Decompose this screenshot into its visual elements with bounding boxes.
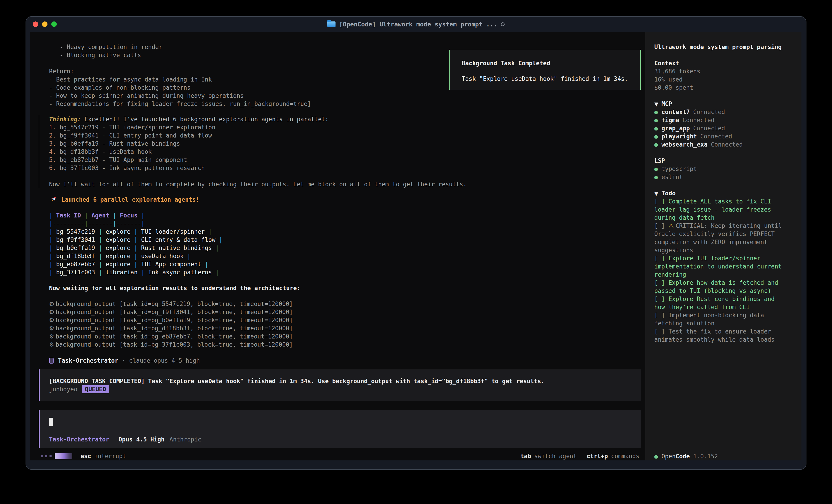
cell: explore <box>106 236 130 243</box>
tool-call-line: ⚙background_output [task_id=bg_5547c219,… <box>49 300 645 308</box>
minimize-button[interactable] <box>42 22 48 27</box>
context-tokens: 31,686 tokens <box>654 67 802 76</box>
close-button[interactable] <box>33 22 38 27</box>
todo-item: [ ] Explore TUI loader/spinner implement… <box>654 254 786 279</box>
todo-checkbox: [ ] <box>654 255 669 262</box>
lsp-list: ●typescript●eslint <box>654 165 802 181</box>
item-text: bg_eb87ebb7 - TUI App main component <box>56 157 187 163</box>
lsp-section-heading: LSP <box>654 157 802 165</box>
pipe: | <box>212 245 219 251</box>
notification-toast[interactable]: Background Task Completed Task "Explore … <box>449 50 641 90</box>
thinking-items: 1. bg_5547c219 - TUI loader/spinner expl… <box>49 123 645 172</box>
item-number: 6. <box>49 165 56 171</box>
tab-key-hint: tab <box>520 453 531 459</box>
completed-message-text: [BACKGROUND TASK COMPLETED] Task "Explor… <box>49 377 641 385</box>
table-separator-row: |---------|-------|-------| <box>49 220 645 228</box>
todo-item: [ ] Explore how data is fetched and pass… <box>654 279 786 295</box>
thinking-block: Thinking: Excellent! I've launched 6 bac… <box>38 115 645 188</box>
item-text: bg_df18bb3f - useData hook <box>56 148 152 155</box>
status-dot-icon: ● <box>654 117 658 123</box>
username: junhoyeo <box>49 386 77 393</box>
cell: bg_37f1c003 <box>56 269 95 276</box>
app-window: [OpenCode] Ultrawork mode system prompt … <box>26 16 806 470</box>
cmd-key-label: commands <box>611 453 640 459</box>
brand-open: Open <box>661 452 676 460</box>
pipe: | <box>109 212 120 219</box>
cell: Rust native bindings <box>141 245 212 251</box>
pipe: | <box>215 236 223 243</box>
pipe: | <box>49 253 56 259</box>
cell: bg_5547c219 <box>56 228 95 235</box>
esc-key-label: interrupt <box>94 453 126 459</box>
cell: Agent <box>92 212 109 219</box>
item-text: bg_f9ff3041 - CLI entry point and data f… <box>56 132 212 139</box>
terminal-main[interactable]: - Heavy computation in render - Blocking… <box>30 32 645 460</box>
status-dot-icon: ● <box>654 174 658 180</box>
tool-call-line: ⚙background_output [task_id=bg_37f1c003,… <box>49 340 645 348</box>
tool-call-line: ⚙background_output [task_id=bg_f9ff3041,… <box>49 308 645 316</box>
traffic-lights <box>33 17 57 32</box>
pipe: | <box>49 236 56 243</box>
pipe: | <box>95 269 106 276</box>
launch-banner: Launched 6 parallel exploration agents! <box>49 196 645 204</box>
agent-icon <box>49 358 54 364</box>
todo-list: [ ] Complete ALL tasks to fix CLI loader… <box>654 197 802 344</box>
mcp-server-row: ●grep_appConnected <box>654 124 802 132</box>
thinking-header-line: Thinking: Excellent! I've launched 6 bac… <box>49 115 645 123</box>
pipe: | <box>95 245 106 251</box>
sidebar-footer: ● OpenCode 1.0.152 <box>654 452 718 460</box>
pipe: | <box>95 236 106 243</box>
mcp-server-name: grep_app <box>661 125 690 132</box>
tab-key-label: switch agent <box>534 453 577 459</box>
brand-code: Code <box>676 452 690 460</box>
item-number: 5. <box>49 157 56 163</box>
mcp-server-status: Connected <box>693 125 725 132</box>
todo-checkbox: [ ] <box>654 296 669 302</box>
todo-checkbox: [ ] <box>654 328 669 335</box>
todo-checkbox: [ ] <box>654 312 669 318</box>
tool-call-text: background_output [task_id=bg_5547c219, … <box>56 301 293 307</box>
window-title: [OpenCode] Ultrawork mode system prompt … <box>328 21 504 28</box>
text-cursor <box>49 418 53 426</box>
status-dot-icon: ● <box>654 452 658 460</box>
mcp-server-name: context7 <box>661 109 690 115</box>
composer-agent[interactable]: Task-Orchestrator <box>49 436 109 444</box>
todo-section-heading[interactable]: ▼Todo <box>654 189 802 197</box>
thinking-footer: Now I'll wait for all of them to complet… <box>49 180 645 188</box>
chevron-down-icon: ▼ <box>654 191 658 196</box>
cell: Task ID <box>56 212 81 219</box>
mcp-section-heading[interactable]: ▼MCP <box>654 100 802 108</box>
lsp-server-name: typescript <box>661 166 697 172</box>
pipe: | <box>137 269 148 276</box>
cell: TUI loader/spinner <box>141 228 205 235</box>
cell: explore <box>106 245 130 251</box>
thinking-label: Thinking: <box>49 116 81 122</box>
completed-message-block: [BACKGROUND TASK COMPLETED] Task "Explor… <box>38 369 641 401</box>
agent-model: claude-opus-4-5-high <box>129 357 200 365</box>
tool-call-text: background_output [task_id=bg_b0effa19, … <box>56 317 293 324</box>
transcript[interactable]: - Heavy computation in render - Blocking… <box>30 32 645 460</box>
mcp-server-row: ●context7Connected <box>654 108 802 116</box>
mcp-server-status: Connected <box>693 109 725 115</box>
thinking-item: 1. bg_5547c219 - TUI loader/spinner expl… <box>49 123 645 132</box>
composer-model[interactable]: Opus 4.5 High <box>119 436 164 444</box>
todo-heading-text: Todo <box>661 190 676 197</box>
pipe: | <box>49 212 56 219</box>
table-row: | bg_37f1c003 | librarian | Ink async pa… <box>49 268 645 276</box>
pipe: | <box>81 212 92 219</box>
table-row: | bg_eb87ebb7 | explore | TUI App compon… <box>49 260 645 268</box>
pipe: | <box>130 261 141 268</box>
tool-call-text: background_output [task_id=bg_df18bb3f, … <box>56 325 293 332</box>
thinking-item: 2. bg_f9ff3041 - CLI entry point and dat… <box>49 132 645 140</box>
agent-footer: Task-Orchestrator · claude-opus-4-5-high <box>49 357 645 365</box>
todo-checkbox: [ ] <box>654 279 669 286</box>
composer-input[interactable]: Task-Orchestrator Opus 4.5 High Anthropi… <box>38 410 641 448</box>
window-titlebar[interactable]: [OpenCode] Ultrawork mode system prompt … <box>26 17 806 32</box>
mcp-server-status: Connected <box>711 141 743 148</box>
gear-icon: ⚙ <box>49 341 54 348</box>
pipe: | <box>130 236 141 243</box>
mcp-server-name: websearch_exa <box>661 141 708 148</box>
pipe: | <box>201 261 208 268</box>
zoom-button[interactable] <box>51 22 57 27</box>
window-title-text: [OpenCode] Ultrawork mode system prompt … <box>339 21 497 28</box>
